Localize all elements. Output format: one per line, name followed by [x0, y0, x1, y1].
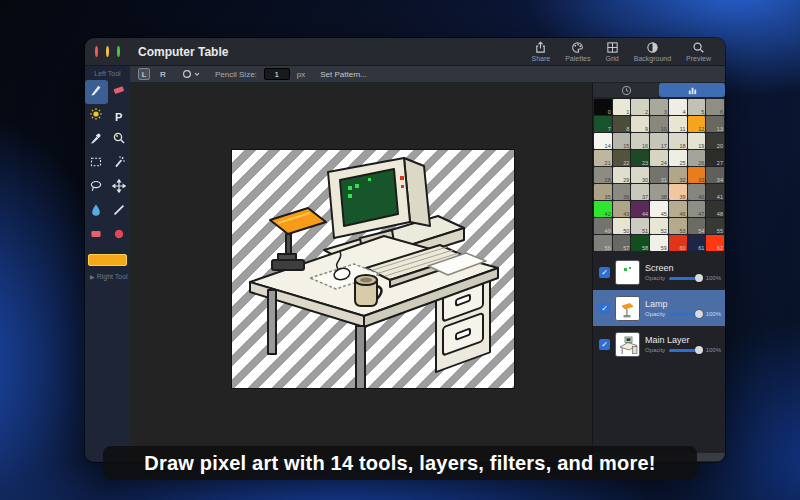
- palette-swatch[interactable]: 17: [650, 133, 668, 149]
- palette-swatch[interactable]: 42: [594, 201, 612, 217]
- layer-visibility-checkbox[interactable]: ✓: [599, 303, 610, 314]
- palette-swatch[interactable]: 3: [650, 99, 668, 115]
- tool-fill-button[interactable]: [85, 200, 108, 224]
- palette-swatch[interactable]: 4: [669, 99, 687, 115]
- tool-eyedropper-button[interactable]: [85, 128, 108, 152]
- palette-swatch[interactable]: 23: [631, 150, 649, 166]
- minimize-button[interactable]: [106, 46, 109, 57]
- palette-swatch[interactable]: 14: [594, 133, 612, 149]
- palette-swatch[interactable]: 12: [688, 116, 706, 132]
- palette-swatch[interactable]: 36: [613, 184, 631, 200]
- tool-zoom-button[interactable]: [108, 128, 131, 152]
- palette-swatch[interactable]: 55: [706, 218, 724, 234]
- palette-swatch[interactable]: 41: [706, 184, 724, 200]
- palette-swatch[interactable]: 58: [631, 235, 649, 251]
- palette-swatch[interactable]: 31: [650, 167, 668, 183]
- brush-shape-picker[interactable]: [182, 69, 200, 79]
- palette-swatch[interactable]: 44: [631, 201, 649, 217]
- slider-knob[interactable]: [695, 346, 703, 354]
- tool-magic-wand-button[interactable]: [108, 152, 131, 176]
- toolbar-preview-button[interactable]: Preview: [686, 41, 711, 62]
- palette-swatch[interactable]: 35: [594, 184, 612, 200]
- palette-swatch[interactable]: 30: [631, 167, 649, 183]
- palette-swatch[interactable]: 21: [594, 150, 612, 166]
- palette-swatch[interactable]: 25: [669, 150, 687, 166]
- palette-swatch[interactable]: 2: [631, 99, 649, 115]
- tool-select-rect-button[interactable]: [85, 152, 108, 176]
- palette-swatch[interactable]: 53: [669, 218, 687, 234]
- palette-swatch[interactable]: 57: [613, 235, 631, 251]
- palette-swatch[interactable]: 56: [594, 235, 612, 251]
- tool-pencil-button[interactable]: [85, 80, 108, 104]
- palette-swatch[interactable]: 51: [631, 218, 649, 234]
- tool-brightness-button[interactable]: [85, 104, 108, 128]
- palette-swatch[interactable]: 27: [706, 150, 724, 166]
- palette-swatch[interactable]: 8: [613, 116, 631, 132]
- palette-swatch[interactable]: 11: [669, 116, 687, 132]
- pencil-size-input[interactable]: [264, 68, 290, 80]
- palette-swatch[interactable]: 49: [594, 218, 612, 234]
- right-tool-section[interactable]: ▶Right Tool: [85, 266, 130, 280]
- palette-swatch[interactable]: 46: [669, 201, 687, 217]
- tab-recent-colors[interactable]: [593, 83, 659, 97]
- toolbar-background-button[interactable]: Background: [634, 41, 671, 62]
- layer-visibility-checkbox[interactable]: ✓: [599, 339, 610, 350]
- palette-swatch[interactable]: 50: [613, 218, 631, 234]
- palette-swatch[interactable]: 32: [669, 167, 687, 183]
- palette-swatch[interactable]: 38: [650, 184, 668, 200]
- tool-rectangle-button[interactable]: [85, 224, 108, 248]
- drawing-canvas[interactable]: [130, 83, 592, 461]
- palette-swatch[interactable]: 9: [631, 116, 649, 132]
- palette-swatch[interactable]: 18: [669, 133, 687, 149]
- tool-ellipse-button[interactable]: [108, 224, 131, 248]
- left-mouse-assign-button[interactable]: L: [138, 68, 150, 80]
- palette-swatch[interactable]: 20: [706, 133, 724, 149]
- opacity-slider[interactable]: [669, 277, 701, 280]
- palette-swatch[interactable]: 48: [706, 201, 724, 217]
- tool-lasso-button[interactable]: [85, 176, 108, 200]
- tab-palette[interactable]: [659, 83, 725, 97]
- palette-swatch[interactable]: 59: [650, 235, 668, 251]
- tool-eraser-button[interactable]: [108, 80, 131, 104]
- opacity-slider[interactable]: [669, 313, 701, 316]
- current-color-swatch[interactable]: [88, 254, 127, 266]
- palette-swatch[interactable]: 7: [594, 116, 612, 132]
- tool-line-button[interactable]: [108, 200, 131, 224]
- palette-swatch[interactable]: 47: [688, 201, 706, 217]
- palette-swatch[interactable]: 15: [613, 133, 631, 149]
- close-button[interactable]: [95, 46, 98, 57]
- palette-swatch[interactable]: 26: [688, 150, 706, 166]
- palette-swatch[interactable]: 5: [688, 99, 706, 115]
- palette-swatch[interactable]: 10: [650, 116, 668, 132]
- palette-swatch[interactable]: 45: [650, 201, 668, 217]
- palette-swatch[interactable]: 33: [688, 167, 706, 183]
- palette-swatch[interactable]: 1: [613, 99, 631, 115]
- palette-swatch[interactable]: 52: [650, 218, 668, 234]
- right-mouse-assign-button[interactable]: R: [157, 68, 169, 80]
- tool-text-button[interactable]: P: [108, 104, 131, 128]
- palette-swatch[interactable]: 19: [688, 133, 706, 149]
- pixel-artwork[interactable]: [232, 150, 514, 388]
- palette-swatch[interactable]: 62: [706, 235, 724, 251]
- palette-swatch[interactable]: 16: [631, 133, 649, 149]
- zoom-window-button[interactable]: [117, 46, 120, 57]
- layer-row-lamp[interactable]: ✓LampOpacity100%: [593, 290, 725, 326]
- layer-visibility-checkbox[interactable]: ✓: [599, 267, 610, 278]
- palette-swatch[interactable]: 6: [706, 99, 724, 115]
- toolbar-grid-button[interactable]: Grid: [606, 41, 619, 62]
- palette-swatch[interactable]: 39: [669, 184, 687, 200]
- slider-knob[interactable]: [695, 310, 703, 318]
- palette-swatch[interactable]: 34: [706, 167, 724, 183]
- palette-swatch[interactable]: 22: [613, 150, 631, 166]
- palette-swatch[interactable]: 43: [613, 201, 631, 217]
- palette-swatch[interactable]: 54: [688, 218, 706, 234]
- palette-swatch[interactable]: 40: [688, 184, 706, 200]
- palette-swatch[interactable]: 61: [688, 235, 706, 251]
- palette-swatch[interactable]: 60: [669, 235, 687, 251]
- palette-swatch[interactable]: 13: [706, 116, 724, 132]
- palette-swatch[interactable]: 0: [594, 99, 612, 115]
- palette-swatch[interactable]: 24: [650, 150, 668, 166]
- tool-move-button[interactable]: [108, 176, 131, 200]
- layer-row-screen[interactable]: ✓ScreenOpacity100%: [593, 254, 725, 290]
- layer-row-main-layer[interactable]: ✓Main LayerOpacity100%: [593, 326, 725, 362]
